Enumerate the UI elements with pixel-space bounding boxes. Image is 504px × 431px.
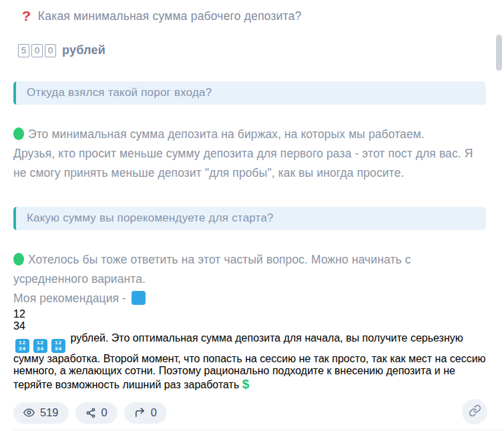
forward-arrow-icon [134, 407, 146, 418]
bottom-divider [13, 430, 504, 430]
blockquote-recommended-start: Какую сумму вы порекомендуете для старта… [13, 207, 486, 230]
scrollbar-thumb[interactable] [496, 35, 502, 71]
views-count: 519 [40, 406, 59, 419]
answer-1-line-2: Друзья, кто просит меньше сумму депозита… [13, 147, 473, 179]
forward-button[interactable]: 0 [124, 402, 167, 424]
eye-icon [23, 407, 35, 418]
blockquote-text: Откуда взялся такой порог входа? [27, 86, 212, 99]
blockquote-entry-threshold: Откуда взялся такой порог входа? [13, 81, 486, 105]
answer-1-line-1: Это минимальная сумма депозита на биржах… [28, 127, 425, 141]
share-count: 0 [101, 406, 107, 419]
dollar-icon: $ [242, 377, 250, 391]
input-numbers-keycap-icon [132, 291, 146, 305]
link-icon [469, 404, 481, 420]
input-numbers-keycap-icon: 1234 [51, 339, 65, 353]
keycap-row: 34 [13, 320, 487, 332]
input-numbers-keycap-icon: 1234 [15, 339, 29, 353]
deposit-amount: 5 0 0 рублей [13, 43, 487, 57]
copy-link-button[interactable] [462, 399, 487, 424]
keycap-row: 12 [55, 340, 62, 346]
keycap-row: 34 [37, 346, 44, 352]
deposit-currency-label: рублей [62, 43, 105, 57]
answer-2-line-1: Хотелось бы тоже ответить на этот частый… [13, 253, 411, 286]
green-circle-icon [13, 127, 24, 140]
share-icon [85, 408, 96, 418]
red-question-mark-icon: ? [22, 8, 31, 24]
keycap-row: 34 [19, 346, 26, 352]
forward-count: 0 [151, 406, 157, 419]
keycap-row: 34 [55, 346, 62, 352]
keycap-digit-icon: 5 [18, 44, 29, 57]
keycap-digit-icon: 0 [45, 44, 56, 57]
share-button[interactable]: 0 [75, 402, 117, 424]
blockquote-text: Какую сумму вы порекомендуете для старта… [27, 211, 274, 224]
input-numbers-keycap-icon: 1234 [33, 339, 47, 353]
recommendation-suffix: рублей. Это оптимальная сумма депозита д… [13, 332, 486, 390]
answer-paragraph-1: Это минимальная сумма депозита на биржах… [13, 125, 489, 183]
views-counter[interactable]: 519 [13, 402, 69, 424]
post-question-title: ? Какая минимальная сумма рабочего депоз… [13, 8, 487, 24]
post-page: ? Какая минимальная сумма рабочего депоз… [0, 0, 504, 431]
recommendation-prefix: Моя рекомендация - [13, 292, 126, 305]
post-footer: 519 0 0 [13, 401, 487, 424]
keycap-row: 12 [13, 308, 487, 320]
keycap-row: 12 [19, 340, 26, 346]
keycap-row: 12 [37, 340, 44, 346]
keycap-digit-icon: 0 [31, 44, 43, 57]
question-title-text: Какая минимальная сумма рабочего депозит… [38, 8, 302, 24]
answer-paragraph-2: Хотелось бы тоже ответить на этот частый… [13, 250, 489, 308]
green-circle-icon [13, 253, 24, 266]
